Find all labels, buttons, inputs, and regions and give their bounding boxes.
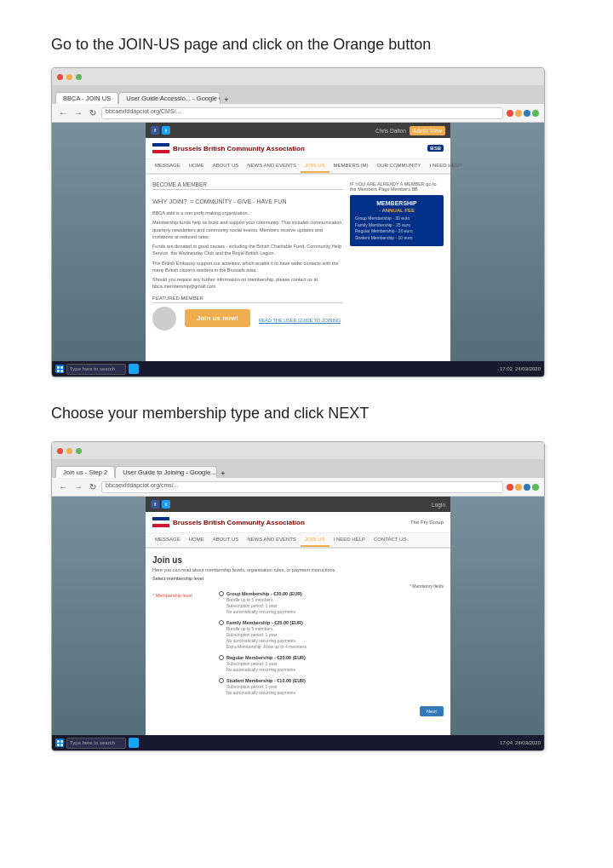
back-button-2[interactable]: ← bbox=[57, 482, 69, 491]
reload-button[interactable]: ↻ bbox=[88, 108, 98, 118]
site-main-2: Join us Here you can read about membersh… bbox=[146, 549, 450, 723]
address-bar-1[interactable]: bbcaexfddapciot.org/CMS/... bbox=[101, 107, 503, 119]
login-link[interactable]: Login bbox=[432, 502, 445, 508]
nav-join-us[interactable]: JOIN US bbox=[301, 159, 329, 173]
uk-flag-icon bbox=[152, 143, 169, 153]
nav-news-2[interactable]: NEWS AND EVENTS bbox=[243, 533, 301, 547]
site-bg-right-2 bbox=[450, 497, 544, 735]
site-content-2: f t Login Brussels British Community Ass… bbox=[146, 497, 450, 735]
windows-start-button-2[interactable] bbox=[55, 739, 64, 747]
taskbar-date-2: 24/03/2020 bbox=[515, 740, 541, 745]
back-button[interactable]: ← bbox=[57, 108, 69, 118]
svg-rect-5 bbox=[60, 740, 63, 743]
join-now-button[interactable]: Join us now! bbox=[185, 309, 250, 327]
option-group: Group Membership - €30.00 (EUR) Bundle u… bbox=[219, 591, 444, 615]
select-membership-label: Select membership level bbox=[152, 576, 444, 581]
svg-rect-7 bbox=[60, 744, 63, 746]
new-tab-button[interactable]: + bbox=[221, 95, 232, 104]
browser-icons-right-2 bbox=[507, 484, 539, 491]
ok-icon-2 bbox=[532, 484, 539, 491]
tab-join-us[interactable]: BBCA - JOIN US bbox=[55, 92, 118, 104]
nav-message-2[interactable]: MESSAGE bbox=[151, 533, 185, 547]
option-group-detail: Bundle up to 5 members Subscription peri… bbox=[219, 597, 444, 615]
tab-user-guide-1[interactable]: User Guide Accessio... - Google C... bbox=[118, 92, 221, 104]
option-family: Family Membership - €25.00 (EUR) Bundle … bbox=[219, 620, 444, 650]
taskbar-browser-icon[interactable]: 🌐 bbox=[129, 364, 139, 374]
taskbar-1: Type here to search 🌐 17:02 24/03/2020 bbox=[52, 361, 544, 377]
social-icons-2: f t bbox=[151, 500, 170, 509]
screenshot-1: BBCA - JOIN US User Guide Accessio... - … bbox=[51, 67, 545, 377]
option-group-header[interactable]: Group Membership - €30.00 (EUR) bbox=[219, 591, 444, 596]
radio-regular[interactable] bbox=[219, 655, 224, 660]
nav-community[interactable]: OUR COMMUNITY bbox=[373, 159, 426, 173]
nav-about-2[interactable]: ABOUT US bbox=[209, 533, 243, 547]
security-icon bbox=[507, 110, 513, 117]
taskbar-time-1: 17:02 bbox=[500, 366, 513, 371]
instruction-2: Choose your membership type and click NE… bbox=[51, 403, 562, 424]
next-button[interactable]: Next bbox=[420, 706, 444, 716]
option-regular-header[interactable]: Regular Membership - €20.00 (EUR) bbox=[219, 655, 444, 660]
logo-text-1: Brussels British Community Association bbox=[173, 145, 305, 152]
body-text-3: Funds are donated to good causes - inclu… bbox=[152, 243, 343, 257]
already-member-text: IF YOU ARE ALREADY A MEMBER go to the Me… bbox=[350, 181, 444, 192]
option-family-header[interactable]: Family Membership - €25.00 (EUR) bbox=[219, 620, 444, 625]
admin-view-button[interactable]: Admin View bbox=[410, 126, 445, 135]
new-tab-button-2[interactable]: + bbox=[217, 469, 228, 478]
svg-rect-4 bbox=[57, 740, 60, 743]
radio-group[interactable] bbox=[219, 591, 224, 596]
facebook-icon-2[interactable]: f bbox=[151, 500, 159, 509]
maximize-dot[interactable] bbox=[76, 74, 82, 80]
info-icon-2 bbox=[524, 484, 530, 491]
join-us-title: Join us bbox=[152, 555, 444, 565]
forward-button-2[interactable]: → bbox=[72, 482, 84, 491]
option-regular-detail: Subscription period: 1 year No automatic… bbox=[219, 661, 444, 673]
taskbar-search-2[interactable]: Type here to search bbox=[66, 738, 126, 749]
nav-members[interactable]: MEMBERS (M) bbox=[329, 159, 373, 173]
nav-join-us-2[interactable]: JOIN US bbox=[301, 533, 329, 547]
nav-home-2[interactable]: HOME bbox=[185, 533, 209, 547]
minimize-dot-2[interactable] bbox=[66, 448, 72, 454]
tab-join-step2[interactable]: Join us - Step 2 bbox=[55, 466, 115, 478]
windows-start-button[interactable] bbox=[55, 365, 64, 373]
nav-news[interactable]: NEWS AND EVENTS bbox=[243, 159, 301, 173]
tab-user-guide-2[interactable]: User Guide to Joining - Google... bbox=[115, 466, 217, 478]
site-header-2: Brussels British Community Association T… bbox=[146, 512, 450, 533]
body-text-5: Should you require any further informati… bbox=[152, 276, 343, 290]
featured-member-avatar bbox=[152, 307, 176, 331]
nav-message[interactable]: MESSAGE bbox=[151, 159, 185, 173]
nav-home[interactable]: HOME bbox=[185, 159, 209, 173]
taskbar-search[interactable]: Type here to search bbox=[66, 364, 126, 375]
site-bg-right bbox=[450, 123, 544, 361]
body-text-2: Membership funds help us build and suppo… bbox=[152, 219, 343, 240]
screenshot-2: Join us - Step 2 User Guide to Joining -… bbox=[51, 441, 545, 751]
twitter-icon-2[interactable]: t bbox=[162, 500, 170, 509]
twitter-icon[interactable]: t bbox=[162, 126, 170, 135]
nav-help-2[interactable]: I NEED HELP bbox=[329, 533, 370, 547]
forward-button[interactable]: → bbox=[72, 108, 84, 118]
site-wrapper-1: f t Chris Dalton Admin View Brussels Bri… bbox=[52, 123, 544, 361]
search-placeholder-1: Type here to search bbox=[70, 366, 115, 371]
site-content-1: f t Chris Dalton Admin View Brussels Bri… bbox=[146, 123, 450, 361]
nav-contact[interactable]: CONTACT US bbox=[370, 533, 410, 547]
site-header-1: Brussels British Community Association B… bbox=[146, 138, 450, 159]
nav-about[interactable]: ABOUT US bbox=[209, 159, 243, 173]
reload-button-2[interactable]: ↻ bbox=[88, 482, 98, 491]
option-student-header[interactable]: Student Membership - €10.00 (EUR) bbox=[219, 678, 444, 683]
taskbar-browser-icon-2[interactable]: 🌐 bbox=[129, 738, 139, 748]
nav-help[interactable]: I NEED HELP bbox=[426, 159, 466, 173]
browser-toolbar-2: ← → ↻ bbcaexfddapciot.org/cms/... bbox=[52, 478, 544, 497]
read-guide-link[interactable]: READ THE USER GUIDE TO JOINING bbox=[259, 318, 341, 323]
fee-item-group: Group Membership - 30 euro bbox=[355, 216, 438, 221]
address-bar-2[interactable]: bbcaexfddapciot.org/cms/... bbox=[101, 481, 503, 493]
site-main-1: BECOME A MEMBER WHY JOIN? = COMMUNITY - … bbox=[146, 175, 450, 345]
radio-family[interactable] bbox=[219, 620, 224, 625]
option-student: Student Membership - €10.00 (EUR) Subscr… bbox=[219, 678, 444, 696]
minimize-dot[interactable] bbox=[66, 74, 72, 80]
maximize-dot-2[interactable] bbox=[76, 448, 82, 454]
radio-student[interactable] bbox=[219, 678, 224, 683]
facebook-icon[interactable]: f bbox=[151, 126, 159, 135]
browser-icons-right-1 bbox=[507, 110, 539, 117]
close-dot-2[interactable] bbox=[57, 448, 63, 454]
select-section-header: Select membership level * Mandatory fiel… bbox=[152, 576, 444, 589]
close-dot[interactable] bbox=[57, 74, 63, 80]
